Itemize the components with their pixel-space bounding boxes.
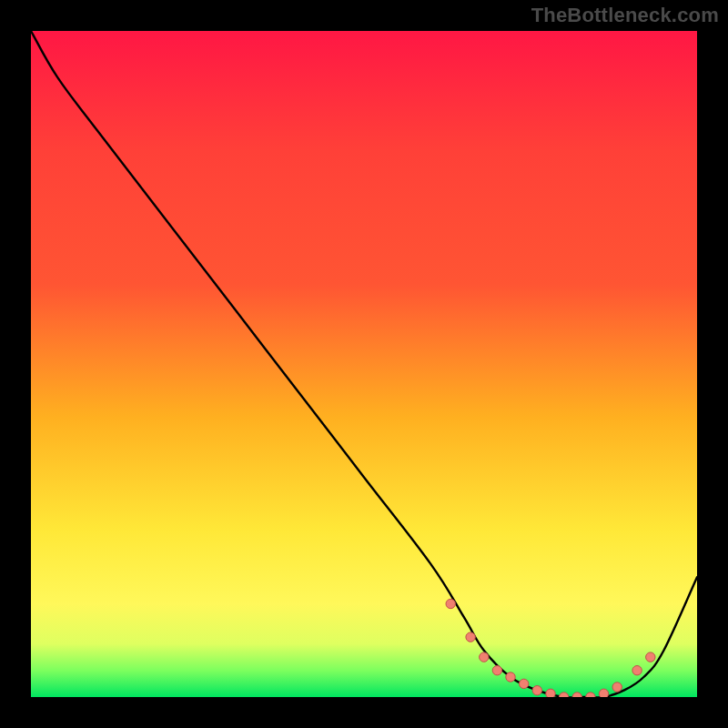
data-marker (612, 682, 622, 692)
plot-area (31, 31, 697, 697)
data-marker (520, 679, 529, 688)
data-marker (492, 666, 501, 675)
data-marker (599, 689, 608, 697)
gradient-background (31, 31, 697, 697)
watermark-text: TheBottleneck.com (531, 4, 719, 27)
data-marker (480, 652, 489, 662)
data-marker (532, 686, 541, 695)
data-marker (646, 652, 655, 662)
chart-frame: TheBottleneck.com (0, 0, 728, 728)
data-marker (632, 666, 642, 675)
data-marker (446, 599, 455, 608)
data-marker (466, 632, 475, 642)
data-marker (506, 672, 515, 682)
chart-svg (31, 31, 697, 697)
data-marker (546, 689, 555, 697)
